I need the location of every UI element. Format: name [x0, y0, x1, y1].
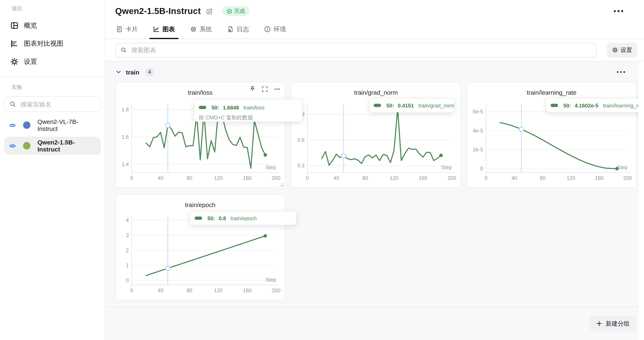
chevron-down-icon[interactable] [115, 69, 122, 75]
tooltip-value: 0.8 [219, 215, 226, 221]
tooltip-train-loss: 50: 1.6848 train/loss 按 CMD+C 复制此数据 [194, 99, 302, 122]
check-circle-icon [227, 8, 232, 14]
chart-card-train-epoch: 0123404080120160200Step train/epoch [115, 194, 285, 300]
chart-title: train/epoch [116, 201, 285, 208]
sidebar-item-overview[interactable]: 概览 [0, 16, 105, 34]
svg-text:120: 120 [567, 175, 575, 181]
svg-text:0: 0 [126, 278, 129, 283]
series-swatch [374, 104, 381, 107]
tab-label: 卡片 [126, 25, 138, 33]
series-swatch [199, 106, 206, 109]
svg-text:Step: Step [441, 164, 452, 170]
tooltip-metric: train/grad_norm [418, 102, 454, 108]
svg-text:6e-5: 6e-5 [473, 109, 483, 114]
tab-system[interactable]: 系统 [190, 20, 212, 39]
svg-text:80: 80 [540, 175, 546, 181]
resize-handle[interactable] [280, 183, 283, 186]
cpu-icon [190, 26, 197, 32]
overview-grid-icon [10, 22, 18, 30]
settings-button-label: 设置 [620, 46, 632, 54]
svg-text:160: 160 [419, 175, 427, 181]
chart-card-actions [249, 86, 280, 92]
pin-icon[interactable] [249, 86, 256, 92]
svg-text:40: 40 [158, 288, 163, 293]
gear-icon [612, 47, 618, 53]
chart-group-header: train 4 [115, 67, 629, 77]
plus-icon [596, 321, 602, 326]
gear-icon [10, 58, 18, 66]
fullscreen-icon[interactable] [262, 86, 268, 92]
tab-cards[interactable]: 卡片 [116, 20, 138, 39]
tooltip-copy-hint: 按 CMD+C 复制此数据 [195, 114, 302, 122]
svg-text:0: 0 [484, 175, 488, 181]
tab-logs[interactable]: 日志 [227, 20, 249, 39]
chart-canvas[interactable]: 0123404080120160200Step [116, 195, 285, 300]
svg-text:80: 80 [186, 175, 192, 181]
new-group-button[interactable]: 新建分组 [590, 316, 636, 331]
svg-text:0: 0 [480, 166, 483, 172]
log-file-icon [227, 26, 234, 32]
page-more-menu-icon[interactable] [614, 10, 624, 13]
experiment-row[interactable]: Qwen2-VL-7B-Instruct [4, 116, 101, 134]
svg-text:120: 120 [390, 175, 398, 181]
content-footer-divider [105, 307, 639, 307]
experiment-color-dot [23, 142, 30, 150]
experiment-name: Qwen2-VL-7B-Instruct [38, 118, 96, 132]
experiment-name: Qwen2-1.5B-Instruct [38, 139, 96, 153]
sidebar-item-settings[interactable]: 设置 [0, 53, 105, 71]
chart-card-train-grad-norm: 0.30.60.904080120160200Step train/grad_n… [291, 82, 461, 188]
experiments-section-label: 实验 [12, 84, 105, 91]
app-window: 项目 概览 图表对比视图 设 [0, 0, 644, 340]
tab-label: 系统 [200, 25, 212, 33]
tooltip-step: 50: [212, 104, 219, 110]
tab-charts[interactable]: 图表 [153, 20, 175, 39]
tooltip-metric: train/epoch [231, 215, 257, 221]
line-chart-icon [153, 26, 160, 32]
visibility-eye-icon[interactable] [9, 142, 16, 149]
svg-text:160: 160 [243, 175, 252, 181]
chart-search-box [115, 42, 597, 58]
info-circle-icon [264, 26, 271, 32]
ellipsis-icon[interactable] [274, 86, 280, 92]
svg-text:80: 80 [362, 175, 368, 181]
chart-search-input[interactable] [130, 46, 591, 54]
svg-text:160: 160 [243, 288, 252, 293]
edit-pencil-icon[interactable] [206, 8, 213, 14]
chart-settings-button[interactable]: 设置 [607, 42, 637, 58]
svg-text:2: 2 [126, 248, 129, 253]
svg-text:200: 200 [272, 288, 280, 293]
tooltip-train-grad-norm: 50: 0.4151 train/grad_norm [369, 98, 454, 112]
svg-text:40: 40 [333, 175, 339, 181]
tooltip-step: 50: [208, 215, 215, 221]
experiment-search-input[interactable] [20, 100, 103, 108]
tooltip-step: 50: [563, 102, 571, 108]
visibility-eye-icon[interactable] [9, 122, 16, 129]
tooltip-metric: train/loss [244, 104, 264, 110]
chart-grid: 1.41.61.804080120160200Step train/loss [115, 82, 629, 300]
bar-chart-icon [10, 40, 18, 48]
svg-text:0.6: 0.6 [297, 137, 304, 143]
search-icon [10, 101, 16, 108]
experiment-list: Qwen2-VL-7B-Instruct Qwen2-1.5B-Instruct [4, 116, 101, 155]
tooltip-value: 1.6848 [223, 104, 239, 110]
svg-text:40: 40 [158, 175, 163, 181]
group-more-menu-icon[interactable] [616, 71, 626, 73]
chart-canvas[interactable]: 1.41.61.804080120160200Step [116, 82, 285, 188]
chart-toolbar: 设置 [105, 39, 644, 61]
series-swatch [195, 216, 202, 220]
svg-text:1.6: 1.6 [122, 134, 129, 140]
page-header: Qwen2-1.5B-Instruct 完成 [105, 0, 644, 20]
svg-text:1.4: 1.4 [122, 161, 129, 167]
main-panel: Qwen2-1.5B-Instruct 完成 [105, 0, 644, 340]
chart-card-train-learning-rate: 02e-54e-56e-504080120160200Step train/le… [467, 82, 636, 188]
svg-text:160: 160 [595, 175, 604, 181]
new-group-button-label: 新建分组 [606, 320, 630, 328]
tab-label: 图表 [162, 25, 175, 33]
sidebar-item-chart-compare[interactable]: 图表对比视图 [0, 34, 105, 53]
experiment-row-selected[interactable]: Qwen2-1.5B-Instruct [4, 137, 101, 155]
svg-text:1: 1 [126, 262, 129, 268]
tab-environment[interactable]: 环境 [264, 20, 286, 39]
sidebar-item-label: 概览 [24, 21, 37, 30]
status-badge-label: 完成 [234, 8, 245, 15]
status-badge: 完成 [222, 6, 249, 16]
